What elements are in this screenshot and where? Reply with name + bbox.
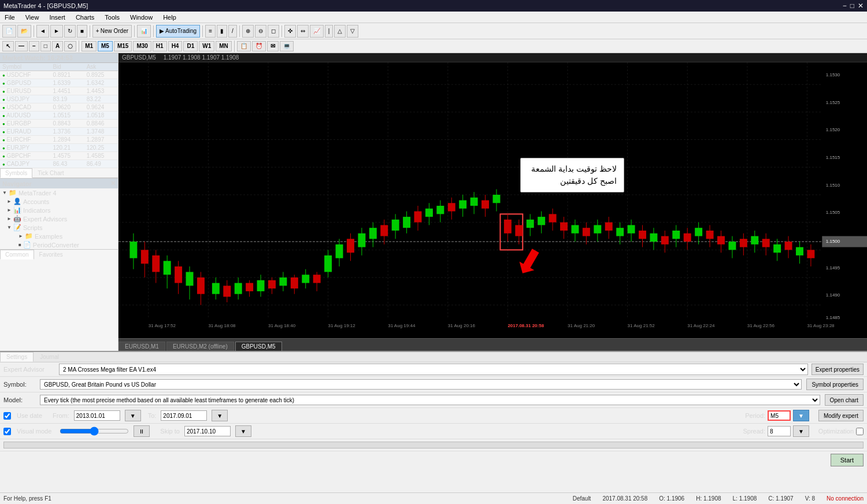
forward-btn[interactable]: ► [50,25,63,38]
nav-indicators[interactable]: ► 📊 Indicators [5,206,118,214]
spread-input[interactable] [768,426,791,436]
crosshair-btn[interactable]: ✜ [284,25,296,38]
zoom-in-btn[interactable]: ⊕ [242,25,254,38]
back-btn[interactable]: ◄ [36,25,49,38]
period-d1[interactable]: D1 [183,41,198,51]
from-input[interactable] [74,410,120,421]
market-watch-row[interactable]: ● GBPUSD 1.6339 1.6342 [0,79,118,87]
period-w1[interactable]: W1 [199,41,214,51]
period-m15[interactable]: M15 [114,41,132,51]
stop-btn[interactable]: ■ [77,25,87,38]
nav-examples[interactable]: ► 📁 Examples [16,232,118,240]
spread-dropdown-btn[interactable]: ▼ [793,425,809,437]
scroll-btn[interactable]: ⇔ [297,25,309,38]
email-btn[interactable]: ✉ [267,41,279,51]
market-watch-row[interactable]: ● EURAUD 1.3736 1.3748 [0,128,118,136]
print-btn[interactable]: △ [334,25,346,38]
market-watch-row[interactable]: ● EURJPY 120.21 120.25 [0,144,118,152]
market-watch-row[interactable]: ● USDCHF 0.8921 0.8925 [0,71,118,79]
period-input[interactable] [768,410,791,421]
skip-to-input[interactable] [184,426,231,436]
open-btn[interactable]: 📂 [17,25,31,38]
skip-calendar-btn[interactable]: ▼ [235,425,251,437]
indicators-btn[interactable]: 📈 [310,25,324,38]
from-calendar-btn[interactable]: ▼ [125,410,141,421]
linetool2-btn[interactable]: — [15,41,28,51]
market-watch-row[interactable]: ● GBPCHF 1.4575 1.4585 [0,152,118,160]
text-tool-btn[interactable]: A [52,41,63,51]
alert-btn[interactable]: ⏰ [252,41,266,51]
menu-help[interactable]: Help [161,13,179,21]
template-btn[interactable]: 📋 [237,41,251,51]
symbol-select[interactable]: GBPUSD, Great Britain Pound vs US Dollar [40,379,802,390]
pause-btn[interactable]: ⏸ [134,425,150,437]
market-watch-row[interactable]: ● EURGBP 0.8843 0.8846 [0,120,118,128]
nav-accounts[interactable]: ► 👤 Accounts [5,197,118,206]
menu-window[interactable]: Window [128,13,155,21]
period-m5[interactable]: M5 [98,41,113,51]
fit-btn[interactable]: ◻ [268,25,279,38]
market-watch-row[interactable]: ● AUDUSD 1.0515 1.0518 [0,112,118,120]
chart-canvas[interactable]: 31 Aug 17:52 31 Aug 18:08 31 Aug 18:40 3… [118,62,867,338]
candle-btn[interactable]: ▮ [217,25,227,38]
period-mn[interactable]: MN [216,41,232,51]
bottom-tab-journal[interactable]: Journal [34,352,65,362]
zoom-out-btn[interactable]: ⊖ [255,25,266,38]
linetool3-btn[interactable]: − [29,41,39,51]
tab-tick-chart[interactable]: Tick Chart [32,168,69,177]
chart-tab-eurusd-m2[interactable]: EURUSD,M2 (offline) [166,342,234,351]
nav-tab-common[interactable]: Common [0,250,34,260]
model-select[interactable]: Every tick (the most precise method base… [40,395,820,405]
to-calendar-btn[interactable]: ▼ [212,410,228,421]
menu-view[interactable]: View [23,13,42,21]
market-watch-row[interactable]: ● EURUSD 1.4451 1.4453 [0,87,118,95]
line-btn[interactable]: / [228,25,237,38]
open-chart-btn[interactable]: Open chart [825,394,864,406]
close-btn[interactable]: ✕ [858,2,864,10]
navigator-close[interactable]: ✕ [110,180,116,187]
minimize-btn[interactable]: − [843,2,847,10]
period-dropdown-btn[interactable]: ▼ [793,410,809,421]
market-watch-row[interactable]: ● CADJPY 86.43 86.49 [0,160,118,168]
visual-mode-checkbox[interactable] [3,428,11,435]
to-input[interactable] [161,410,207,421]
market-watch-row[interactable]: ● USDCAD 0.9620 0.9624 [0,103,118,112]
options-btn[interactable]: ▽ [347,25,358,38]
new-order-btn[interactable]: + New Order [92,25,132,38]
maximize-btn[interactable]: □ [850,2,854,10]
optimization-checkbox[interactable] [856,428,864,435]
symbol-properties-btn[interactable]: Symbol properties [806,379,864,390]
market-watch-row[interactable]: ● EURCHF 1.2894 1.2897 [0,136,118,144]
expert-properties-btn[interactable]: Expert properties [812,364,864,375]
use-date-checkbox[interactable] [3,412,11,420]
autotrading-btn[interactable]: ▶ AutoTrading [156,25,200,38]
linetools-btn[interactable]: ↖ [2,41,14,51]
chart-tab-eurusd-m1[interactable]: EURUSD,M1 [118,342,165,351]
chart-config-btn[interactable]: 📊 [137,25,151,38]
period-h1[interactable]: H1 [153,41,167,51]
tab-symbols[interactable]: Symbols [0,168,32,178]
nav-root[interactable]: ▼ 📁 MetaTrader 4 [0,188,118,197]
bar-chart-btn[interactable]: ≡ [205,25,216,38]
nav-expert-advisors[interactable]: ► 🤖 Expert Advisors [5,214,118,223]
new-file-btn[interactable]: 📄 [2,25,16,38]
fibo-btn[interactable]: ◌ [64,41,76,51]
chart-tab-gbpusd-m5[interactable]: GBPUSD,M5 [235,342,282,351]
start-btn[interactable]: Start [831,454,864,466]
period-m30[interactable]: M30 [133,41,151,51]
menu-tools[interactable]: Tools [102,13,122,21]
ea-dropdown[interactable]: 2 MA Crosses Mega filter EA V1.ex4 [59,364,808,375]
nav-scripts[interactable]: ▼ 📝 Scripts [5,223,118,232]
nav-tab-favorites[interactable]: Favorites [34,250,68,259]
menu-insert[interactable]: Insert [47,13,68,21]
modify-expert-btn[interactable]: Modify expert [818,410,864,421]
menu-file[interactable]: File [2,13,17,21]
reload-btn[interactable]: ↻ [64,25,76,38]
expert-btn[interactable]: 💻 [280,41,294,51]
speed-slider[interactable] [60,427,129,436]
period-sep-btn[interactable]: | [325,25,334,38]
menu-charts[interactable]: Charts [73,13,97,21]
period-m1[interactable]: M1 [81,41,97,51]
bottom-tab-settings[interactable]: Settings [0,352,34,362]
market-watch-row[interactable]: ● USDJPY 83.19 83.22 [0,95,118,103]
